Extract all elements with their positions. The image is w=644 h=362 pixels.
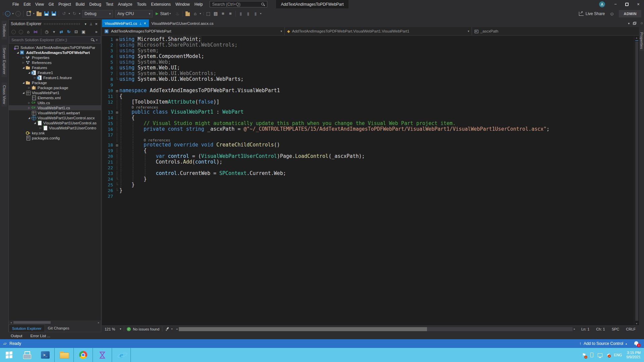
decrease-indent-button[interactable] bbox=[219, 10, 227, 17]
fold-collapse-icon[interactable] bbox=[115, 142, 119, 148]
browse-dropdown[interactable] bbox=[199, 12, 202, 15]
browse-home-button[interactable] bbox=[192, 10, 199, 17]
navigate-back-dropdown[interactable] bbox=[11, 12, 14, 15]
action-center-flag-icon[interactable]: × bbox=[582, 352, 586, 358]
sync-icon[interactable] bbox=[65, 29, 72, 34]
panel-tab-git-changes[interactable]: Git Changes bbox=[45, 324, 72, 332]
code-line[interactable]: 14┆ { bbox=[102, 115, 634, 121]
tree-item-package-package[interactable]: Package.package bbox=[9, 85, 101, 90]
code-surface[interactable]: 1using Microsoft.SharePoint;2using Micro… bbox=[102, 36, 634, 325]
toolbar-grip[interactable] bbox=[202, 12, 205, 16]
forward-icon[interactable] bbox=[17, 30, 24, 34]
member-dropdown[interactable]: _ascxPath bbox=[472, 27, 639, 35]
menu-window[interactable]: Window bbox=[173, 0, 192, 8]
language-indicator[interactable]: ENG bbox=[614, 353, 622, 357]
save-all-button[interactable] bbox=[50, 10, 57, 17]
code-line[interactable]: 18┆ ┆ protected override void CreateChil… bbox=[102, 142, 634, 148]
code-line[interactable]: 20┆ ┆ ┆ var control = (VisualWebPart1Use… bbox=[102, 154, 634, 159]
save-button[interactable] bbox=[43, 10, 50, 17]
toolbar-overflow-button[interactable] bbox=[259, 12, 262, 15]
start-debug-button[interactable]: Start bbox=[156, 11, 172, 16]
collapse-all-icon[interactable] bbox=[73, 29, 79, 34]
menu-analyze[interactable]: Analyze bbox=[116, 0, 135, 8]
code-line[interactable]: 17┆ ┆ bbox=[102, 132, 634, 138]
tree-item-visualwebpart1-cs[interactable]: VisualWebPart1.cs bbox=[9, 105, 101, 110]
redo-dropdown[interactable] bbox=[78, 12, 81, 15]
live-share-label[interactable]: Live Share bbox=[586, 11, 605, 16]
code-cleanup-dropdown[interactable] bbox=[170, 327, 173, 330]
code-line[interactable]: 26} bbox=[102, 188, 634, 193]
toggle-bookmark-button[interactable] bbox=[237, 10, 245, 17]
code-line[interactable]: 7using System.Web.UI.WebControls; bbox=[102, 71, 634, 76]
next-bookmark-button[interactable] bbox=[252, 10, 259, 17]
toolbar-grip[interactable] bbox=[1, 12, 4, 16]
tree-item-visualwebpart1usercontrol-ascx[interactable]: VisualWebPart1UserControl.ascx bbox=[9, 115, 101, 120]
find-in-files-button[interactable] bbox=[184, 10, 192, 17]
scrollbar-thumb[interactable] bbox=[635, 42, 638, 321]
close-icon[interactable] bbox=[144, 21, 146, 26]
chevron-collapsed-icon[interactable] bbox=[33, 76, 37, 79]
open-file-button[interactable] bbox=[35, 10, 43, 17]
menu-tools[interactable]: Tools bbox=[135, 0, 149, 8]
select-element-button[interactable] bbox=[205, 10, 212, 17]
feedback-icon[interactable] bbox=[609, 11, 614, 16]
tree-item-packages-config[interactable]: packages.config bbox=[9, 135, 101, 140]
undo-dropdown[interactable] bbox=[68, 12, 71, 15]
code-line[interactable]: 11{ bbox=[102, 94, 634, 99]
start-dropdown[interactable] bbox=[169, 12, 172, 15]
scroll-down-icon[interactable] bbox=[636, 321, 637, 325]
chevron-collapsed-icon[interactable] bbox=[27, 107, 31, 109]
taskbar-file-explorer-button[interactable] bbox=[54, 348, 73, 362]
zoom-dropdown[interactable]: 121 % bbox=[105, 327, 121, 331]
navigate-forward-button[interactable] bbox=[14, 10, 22, 17]
tree-item-key-snk[interactable]: key.snk bbox=[9, 130, 101, 135]
tree-item-visualwebpart1usercontro[interactable]: VisualWebPart1UserContro bbox=[9, 125, 101, 130]
issues-status[interactable]: No issues found bbox=[133, 327, 159, 331]
scroll-right-icon[interactable] bbox=[96, 321, 101, 324]
menu-help[interactable]: Help bbox=[192, 0, 205, 8]
health-check-icon[interactable] bbox=[127, 327, 131, 331]
chevron-collapsed-icon[interactable] bbox=[21, 56, 25, 59]
fold-collapse-icon[interactable] bbox=[115, 109, 119, 115]
code-line[interactable]: 3using System; bbox=[102, 48, 634, 54]
line-indicator[interactable]: Ln: 1 bbox=[578, 327, 593, 331]
back-icon[interactable] bbox=[10, 30, 17, 34]
quick-search-input[interactable]: Search (Ctrl+Q) bbox=[210, 1, 267, 7]
chevron-collapsed-icon[interactable] bbox=[27, 102, 31, 104]
editor-vertical-scrollbar[interactable] bbox=[634, 36, 639, 325]
menu-test[interactable]: Test bbox=[104, 0, 116, 8]
tool-tab-class-view[interactable]: Class View bbox=[2, 82, 7, 107]
search-icon[interactable] bbox=[91, 38, 95, 42]
taskbar-start-button[interactable] bbox=[0, 348, 18, 362]
code-cleanup-icon[interactable] bbox=[165, 327, 169, 331]
menu-file[interactable]: File bbox=[10, 0, 21, 8]
code-line[interactable]: 12┆ [ToolboxItemAttribute(false)] bbox=[102, 99, 634, 105]
code-line[interactable]: 9 bbox=[102, 82, 634, 88]
tree-item-visualwebpart1[interactable]: VisualWebPart1 bbox=[9, 90, 101, 95]
taskbar-visual-studio-button[interactable] bbox=[93, 348, 112, 362]
solution-search-input[interactable]: Search Solution Explorer (Ctrl+;) bbox=[9, 36, 101, 44]
preview-selected-items-icon[interactable] bbox=[80, 29, 87, 34]
chevron-expanded-icon[interactable] bbox=[21, 92, 25, 94]
tree-item-feature1[interactable]: Feature1 bbox=[9, 70, 101, 75]
code-line[interactable]: 5using System.Web; bbox=[102, 59, 634, 65]
project-dropdown[interactable]: AddTextAndImagesToPDFWebPart bbox=[102, 27, 285, 35]
menu-view[interactable]: View bbox=[33, 0, 46, 8]
device-icon[interactable] bbox=[590, 353, 593, 357]
volume-muted-icon[interactable]: × bbox=[607, 353, 609, 357]
solution-configuration-dropdown[interactable]: Debug bbox=[82, 10, 113, 17]
menu-project[interactable]: Project bbox=[56, 0, 73, 8]
panel-tab-error-list[interactable]: Error List ... bbox=[31, 334, 50, 338]
tree-item-utils-cs[interactable]: Utils.cs bbox=[9, 100, 101, 105]
code-line[interactable]: 4using System.ComponentModel; bbox=[102, 54, 634, 59]
menu-edit[interactable]: Edit bbox=[21, 0, 33, 8]
new-item-dropdown[interactable] bbox=[32, 12, 35, 15]
code-line[interactable]: 19┆ ┆ { bbox=[102, 148, 634, 154]
taskbar-internet-explorer-button[interactable] bbox=[112, 348, 131, 362]
tree-item-visualwebpart1-webpart[interactable]: VisualWebPart1.webpart bbox=[9, 110, 101, 115]
refresh-icon[interactable] bbox=[58, 29, 65, 34]
scroll-right-icon[interactable] bbox=[573, 327, 577, 330]
increase-indent-button[interactable] bbox=[227, 10, 234, 17]
redo-button[interactable] bbox=[71, 10, 78, 17]
code-line[interactable]: 15┆ ┆ // Visual Studio might automatical… bbox=[102, 121, 634, 126]
